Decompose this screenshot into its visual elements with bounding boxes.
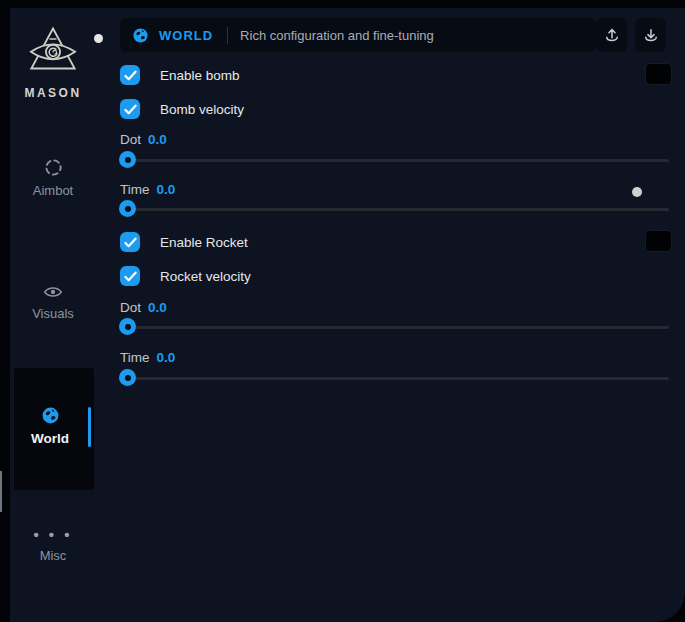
checkbox-label: Bomb velocity <box>160 102 244 117</box>
checkbox-label: Rocket velocity <box>160 269 251 284</box>
upload-config-button[interactable] <box>596 18 627 52</box>
check-icon <box>124 237 137 248</box>
slider-name: Time <box>120 350 150 365</box>
cursor-dot <box>94 34 103 43</box>
enable-bomb-checkbox[interactable] <box>120 65 140 85</box>
enable-bomb-row: Enable bomb <box>120 65 240 85</box>
slider-name: Dot <box>120 132 141 147</box>
slider-value: 0.0 <box>157 182 176 197</box>
rocket-dot-slider[interactable] <box>120 326 669 329</box>
active-tab-indicator <box>88 407 91 447</box>
crosshair-icon <box>44 158 63 177</box>
slider-value: 0.0 <box>148 300 167 315</box>
slider-value: 0.0 <box>148 132 167 147</box>
checkbox-label: Enable Rocket <box>160 235 248 250</box>
eye-icon <box>43 284 63 300</box>
rocket-time-slider[interactable] <box>120 377 669 380</box>
globe-icon <box>132 27 149 44</box>
rocket-dot-slider-label: Dot0.0 <box>120 300 167 315</box>
sidebar-item-label: Visuals <box>10 306 96 321</box>
rocket-time-slider-label: Time0.0 <box>120 350 175 365</box>
sidebar-item-aimbot[interactable]: Aimbot <box>10 158 96 198</box>
bomb-color-swatch[interactable] <box>645 63 672 85</box>
bomb-velocity-row: Bomb velocity <box>120 99 244 119</box>
sidebar-item-label: World <box>10 431 90 446</box>
sidebar-item-visuals[interactable]: Visuals <box>10 284 96 321</box>
bomb-time-slider[interactable] <box>120 208 669 211</box>
slider-thumb[interactable] <box>119 151 136 168</box>
check-icon <box>124 271 137 282</box>
brand-name: MASON <box>10 86 96 100</box>
slider-name: Time <box>120 182 150 197</box>
slider-thumb[interactable] <box>119 318 136 335</box>
sidebar-item-misc[interactable]: • • • Misc <box>10 530 96 563</box>
sidebar-item-label: Aimbot <box>10 183 96 198</box>
checkbox-label: Enable bomb <box>160 68 240 83</box>
slider-thumb[interactable] <box>119 369 136 386</box>
cursor-dot <box>632 187 642 197</box>
slider-value: 0.0 <box>157 350 176 365</box>
bomb-velocity-checkbox[interactable] <box>120 99 140 119</box>
enable-rocket-checkbox[interactable] <box>120 232 140 252</box>
rocket-velocity-checkbox[interactable] <box>120 266 140 286</box>
bomb-dot-slider-label: Dot0.0 <box>120 132 167 147</box>
brand-logo: MASON <box>10 24 96 100</box>
globe-icon <box>41 406 60 425</box>
upload-icon <box>603 26 621 45</box>
page-header: WORLD Rich configuration and fine-tuning <box>120 18 596 52</box>
bomb-dot-slider[interactable] <box>120 159 669 162</box>
sidebar-item-label: Misc <box>10 548 96 563</box>
download-config-button[interactable] <box>635 18 666 52</box>
slider-thumb[interactable] <box>119 200 136 217</box>
header-divider <box>227 27 228 44</box>
screen-edge-artifact <box>0 471 2 512</box>
mason-eye-pyramid-icon <box>28 24 78 78</box>
check-icon <box>124 70 137 81</box>
page-title: WORLD <box>159 28 213 43</box>
sidebar-item-world[interactable]: World <box>10 406 90 446</box>
enable-rocket-row: Enable Rocket <box>120 232 248 252</box>
download-icon <box>642 26 660 45</box>
ellipsis-icon: • • • <box>10 530 96 540</box>
mason-menu-window: MASON Aimbot Visuals World <box>10 8 685 622</box>
rocket-color-swatch[interactable] <box>645 230 672 252</box>
check-icon <box>124 104 137 115</box>
page-subtitle: Rich configuration and fine-tuning <box>240 28 434 43</box>
rocket-velocity-row: Rocket velocity <box>120 266 251 286</box>
sidebar: MASON Aimbot Visuals World <box>10 8 106 622</box>
slider-name: Dot <box>120 300 141 315</box>
bomb-time-slider-label: Time0.0 <box>120 182 175 197</box>
